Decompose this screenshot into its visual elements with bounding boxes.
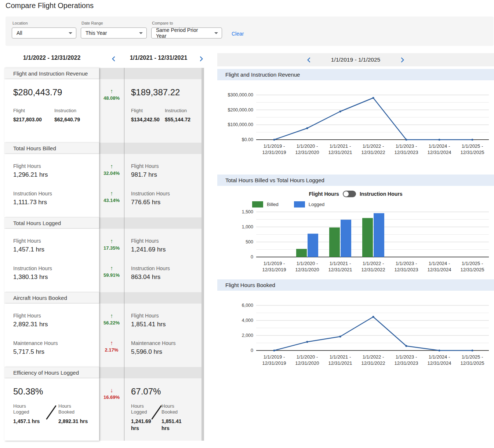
chart-range-label: 1/1/2019 - 1/1/2025 <box>331 56 380 63</box>
svg-text:1/1/2025 -: 1/1/2025 - <box>462 261 483 266</box>
trend-arrow-icon: ↑ <box>110 88 113 95</box>
svg-text:1/1/2022 -: 1/1/2022 - <box>363 261 384 266</box>
delta-badge: ↓ 16.69% <box>103 387 120 400</box>
booked-line-chart: 02,0004,0006,0001/1/2019 -12/31/20191/1/… <box>217 294 494 365</box>
chevron-down-icon <box>214 32 218 34</box>
svg-text:12/31/2021: 12/31/2021 <box>328 150 352 155</box>
svg-text:0: 0 <box>251 348 253 353</box>
compare-grid: Flight and Instruction Revenue $280,443.… <box>4 68 204 441</box>
svg-text:12/31/2024: 12/31/2024 <box>427 360 451 365</box>
svg-text:1,000: 1,000 <box>242 224 253 229</box>
range-next-button[interactable] <box>398 56 407 64</box>
delta-badge: ↑32.04% <box>103 163 120 190</box>
compare-to-value: Same Period Prior Year <box>156 27 209 39</box>
section-title: Total Hours Billed <box>4 143 99 154</box>
chevron-right-icon <box>199 56 204 62</box>
section-title: Efficiency of Hours Logged <box>4 367 99 378</box>
svg-text:2,000: 2,000 <box>242 333 253 338</box>
svg-text:1/1/2022 -: 1/1/2022 - <box>363 354 384 360</box>
date-range-label: Date Range <box>81 21 147 25</box>
clear-filters-button[interactable]: Clear <box>232 31 244 37</box>
svg-text:12/31/2025: 12/31/2025 <box>460 360 484 365</box>
svg-text:12/31/2021: 12/31/2021 <box>328 267 352 272</box>
svg-text:$100,000.00: $100,000.00 <box>228 122 253 127</box>
instruction-value: $62,640.79 <box>54 117 95 122</box>
previous-period-button[interactable] <box>109 55 118 63</box>
svg-text:1/1/2020 -: 1/1/2020 - <box>297 354 318 360</box>
svg-text:1/1/2023 -: 1/1/2023 - <box>396 261 417 266</box>
period-nav: 1/1/2022 - 12/31/2022 1/1/2021 - 12/31/2… <box>4 53 204 66</box>
svg-text:$0.00: $0.00 <box>242 137 253 142</box>
booked-chart-header: Flight Hours Booked <box>217 279 494 291</box>
next-period-button[interactable] <box>197 55 206 63</box>
svg-text:12/31/2024: 12/31/2024 <box>427 150 451 155</box>
prior-total: 67.07% <box>131 378 199 397</box>
svg-text:1/1/2025 -: 1/1/2025 - <box>462 354 483 360</box>
left-panel-scrollbar[interactable] <box>201 68 204 441</box>
revenue-chart-header: Flight and Instruction Revenue <box>217 69 494 80</box>
chevron-left-icon <box>111 56 116 62</box>
delta-badge: ↑17.35% <box>103 238 120 265</box>
svg-text:12/31/2020: 12/31/2020 <box>295 267 319 272</box>
trend-arrow-icon: ↑ <box>110 238 113 245</box>
svg-text:$200,000.00: $200,000.00 <box>228 107 253 113</box>
compare-to-select[interactable]: Same Period Prior Year <box>151 27 222 38</box>
svg-text:12/31/2025: 12/31/2025 <box>460 267 484 272</box>
svg-text:12/31/2019: 12/31/2019 <box>262 360 286 365</box>
flight-value: $217,803.00 <box>13 117 54 122</box>
billed-legend-swatch <box>252 201 263 208</box>
svg-text:12/31/2020: 12/31/2020 <box>295 360 319 365</box>
current-total: 50.38% <box>13 378 95 397</box>
trend-arrow-icon: ↑ <box>110 190 113 197</box>
logged-legend-label: Logged <box>309 202 324 207</box>
page-title: Compare Flight Operations <box>6 1 94 10</box>
hours-type-toggle-row: Flight Hours Instruction Hours <box>217 190 494 198</box>
chevron-right-icon <box>400 57 405 63</box>
svg-text:1/1/2024 -: 1/1/2024 - <box>429 354 450 360</box>
filter-date-range: Date Range This Year <box>81 21 147 38</box>
svg-text:1/1/2020 -: 1/1/2020 - <box>297 261 318 266</box>
svg-text:0: 0 <box>251 254 253 260</box>
prior-period-label: 1/1/2021 - 12/31/2021 <box>126 55 192 61</box>
flight-label: Flight <box>13 108 54 113</box>
logged-legend-swatch <box>294 201 305 208</box>
hours-type-toggle[interactable] <box>343 191 356 197</box>
filter-location: Location All <box>12 21 76 38</box>
section-efficiency: Efficiency of Hours Logged 50.38% Hours … <box>4 367 204 441</box>
delta-badge: ↑43.14% <box>103 190 120 217</box>
section-hours-booked: Aircraft Hours Booked Flight Hours2,892.… <box>4 292 204 367</box>
charts-panel: 1/1/2019 - 1/1/2025 Flight and Instructi… <box>217 53 494 365</box>
svg-text:12/31/2023: 12/31/2023 <box>394 360 418 365</box>
filter-compare-to: Compare to Same Period Prior Year <box>151 21 222 38</box>
chart-range-nav: 1/1/2019 - 1/1/2025 <box>217 53 494 66</box>
svg-text:12/31/2023: 12/31/2023 <box>394 267 418 272</box>
section-title: Total Hours Logged <box>4 217 99 229</box>
svg-text:12/31/2023: 12/31/2023 <box>394 150 418 155</box>
chevron-down-icon <box>139 32 143 34</box>
trend-arrow-icon: ↑ <box>110 340 113 346</box>
delta-badge: ↑59.91% <box>103 265 120 292</box>
toggle-knob <box>344 191 349 197</box>
trend-arrow-icon: ↑ <box>110 313 113 319</box>
date-range-select[interactable]: This Year <box>81 27 147 38</box>
svg-text:12/31/2025: 12/31/2025 <box>460 150 484 155</box>
current-total: $280,443.79 <box>13 79 95 98</box>
svg-text:12/31/2022: 12/31/2022 <box>361 360 385 365</box>
toggle-left-label: Flight Hours <box>309 191 339 197</box>
svg-text:1/1/2019 -: 1/1/2019 - <box>264 143 285 149</box>
svg-text:12/31/2021: 12/31/2021 <box>328 360 352 365</box>
svg-text:4,000: 4,000 <box>242 318 253 323</box>
svg-text:6,000: 6,000 <box>242 303 253 308</box>
delta-badge: ↑2.17% <box>105 340 119 367</box>
svg-text:1/1/2022 -: 1/1/2022 - <box>363 143 384 149</box>
svg-text:12/31/2022: 12/31/2022 <box>361 150 385 155</box>
location-select[interactable]: All <box>12 27 76 38</box>
filter-bar: Location All Date Range This Year Compar… <box>6 16 494 46</box>
instruction-label: Instruction <box>54 108 95 113</box>
svg-text:12/31/2020: 12/31/2020 <box>295 150 319 155</box>
trend-arrow-icon: ↑ <box>110 265 113 272</box>
svg-text:1/1/2019 -: 1/1/2019 - <box>264 354 285 360</box>
range-previous-button[interactable] <box>304 56 313 64</box>
revenue-line-chart: $0.00$100,000.00$200,000.00$300,000.001/… <box>217 80 494 157</box>
svg-text:1/1/2021 -: 1/1/2021 - <box>330 261 351 266</box>
